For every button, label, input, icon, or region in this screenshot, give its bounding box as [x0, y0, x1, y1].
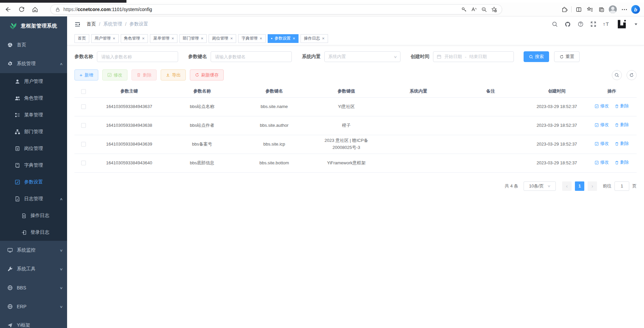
table-row[interactable]: 1641030593384943638 bbs站点作者 bbs.site.aut… — [74, 116, 637, 135]
bing-chat-icon[interactable]: b — [630, 4, 641, 14]
row-delete-link[interactable]: 删除 — [615, 140, 629, 147]
page-size-select[interactable]: 10条/页 ∨ — [524, 181, 556, 191]
select-all-checkbox[interactable] — [81, 89, 86, 94]
breadcrumb-home[interactable]: 首页 — [87, 21, 96, 27]
sidebar-item-user-manage[interactable]: 用户管理 — [0, 73, 67, 90]
sidebar-item-post-manage[interactable]: 岗位管理 — [0, 140, 67, 157]
sidebar-item-home[interactable]: 首页 — [0, 36, 67, 54]
range-separator: - — [465, 54, 466, 59]
sidebar-item-dict-manage[interactable]: 字典管理 — [0, 157, 67, 174]
row-delete-link[interactable]: 删除 — [615, 159, 629, 166]
close-icon[interactable]: × — [230, 36, 233, 41]
param-key-input[interactable] — [211, 51, 292, 62]
font-size-icon[interactable]: TT — [603, 21, 610, 27]
export-button[interactable]: 导出 — [161, 69, 186, 80]
param-name-input[interactable] — [97, 51, 178, 62]
sidebar-item-op-log[interactable]: 操作日志 — [0, 207, 67, 224]
close-icon[interactable]: × — [292, 36, 295, 41]
profile-avatar[interactable] — [607, 4, 619, 14]
show-search-toggle-button[interactable] — [612, 70, 622, 80]
sidebar-item-yi-framework[interactable]: Yi框架 — [0, 316, 67, 328]
close-icon[interactable]: × — [260, 36, 262, 41]
extensions-icon[interactable] — [558, 4, 570, 14]
split-screen-icon[interactable] — [573, 4, 584, 14]
sidebar-item-system-monitor[interactable]: 系统监控 ∨ — [0, 241, 67, 260]
close-icon[interactable]: × — [201, 36, 204, 41]
sidebar-item-menu-manage[interactable]: 菜单管理 — [0, 107, 67, 123]
tab-param-config-active[interactable]: ●参数设置× — [268, 34, 299, 43]
read-aloud-icon[interactable] — [469, 5, 479, 14]
row-edit-link[interactable]: 修改 — [595, 159, 609, 166]
delete-button[interactable]: 删除 — [131, 69, 157, 80]
sidebar-item-dept-manage[interactable]: 部门管理 — [0, 123, 67, 140]
next-page-button[interactable]: › — [588, 181, 597, 191]
tab-menu-manage[interactable]: 菜单管理× — [150, 34, 177, 43]
menu-tree-icon — [15, 112, 20, 118]
row-checkbox[interactable] — [81, 123, 86, 128]
table-row[interactable]: 1641030593384943637 bbs站点名称 bbs.site.nam… — [74, 97, 637, 116]
date-range-picker[interactable]: 开始日期 - 结束日期 — [433, 51, 514, 62]
tab-post-manage[interactable]: 岗位管理× — [209, 34, 236, 43]
address-bar[interactable]: https://ccnetcore.com:1101/system/config — [50, 4, 502, 14]
github-icon[interactable] — [565, 21, 571, 28]
password-key-icon[interactable] — [459, 5, 469, 14]
cell-name: bbs底部信息 — [166, 154, 238, 172]
sidebar-item-bbs[interactable]: BBS ∨ — [0, 278, 67, 297]
tab-user-manage[interactable]: 用户管理× — [91, 34, 119, 43]
add-button[interactable]: + 新增 — [74, 69, 98, 80]
reset-button[interactable]: 重置 — [554, 51, 580, 62]
browser-menu-icon[interactable] — [619, 4, 630, 14]
refresh-icon — [629, 73, 634, 77]
zoom-out-icon[interactable] — [479, 5, 489, 14]
user-logo-avatar[interactable] — [617, 20, 627, 29]
collapse-sidebar-icon[interactable] — [74, 21, 80, 27]
sidebar-item-system-manage[interactable]: 系统管理 ∧ — [0, 54, 67, 73]
sidebar-item-erp[interactable]: ERP ∨ — [0, 297, 67, 316]
home-icon[interactable] — [30, 4, 40, 15]
table-row[interactable]: 1641030593384943640 bbs底部信息 bbs.site.bot… — [74, 154, 637, 172]
system-manage-submenu: 用户管理 角色管理 菜单管理 部门管理 岗位管理 字典管理 参数设置 日志管理 — [0, 73, 67, 241]
builtin-select[interactable]: 系统内置 ∨ — [324, 51, 400, 62]
search-icon[interactable] — [552, 21, 558, 27]
fullscreen-icon[interactable] — [590, 21, 596, 27]
back-icon[interactable] — [3, 4, 13, 15]
row-edit-link[interactable]: 修改 — [595, 140, 609, 147]
sidebar-item-log-manage[interactable]: 日志管理 ∧ — [0, 190, 67, 207]
row-checkbox[interactable] — [81, 142, 86, 147]
table-row[interactable]: 1641030593384943639 bbs备案号 bbs.site.icp … — [74, 135, 637, 154]
row-edit-link[interactable]: 修改 — [595, 103, 609, 110]
cell-key: bbs.site.name — [238, 97, 310, 116]
tab-role-manage[interactable]: 角色管理× — [121, 34, 148, 43]
search-button[interactable]: 搜索 — [524, 51, 549, 62]
page-1-button[interactable]: 1 — [575, 181, 584, 191]
collections-icon[interactable] — [596, 4, 607, 14]
cell-remark — [454, 116, 527, 135]
close-icon[interactable]: × — [171, 36, 174, 41]
favorite-star-icon[interactable] — [489, 5, 499, 14]
row-edit-link[interactable]: 修改 — [595, 121, 609, 128]
refresh-icon[interactable] — [16, 4, 27, 15]
row-delete-link[interactable]: 删除 — [615, 121, 629, 128]
goto-page-input[interactable] — [614, 181, 629, 191]
row-delete-link[interactable]: 删除 — [615, 103, 629, 110]
help-icon[interactable] — [578, 21, 584, 27]
prev-page-button[interactable]: ‹ — [562, 181, 572, 191]
tab-op-log[interactable]: 操作日志× — [301, 34, 328, 43]
refresh-table-button[interactable] — [627, 70, 637, 80]
sidebar-item-login-log[interactable]: 登录日志 — [0, 224, 67, 241]
refresh-cache-button[interactable]: 刷新缓存 — [190, 69, 224, 80]
tab-dict-manage[interactable]: 字典管理× — [238, 34, 266, 43]
close-icon[interactable]: × — [113, 36, 115, 41]
sidebar-item-param-config[interactable]: 参数设置 — [0, 174, 67, 190]
sidebar-item-role-manage[interactable]: 角色管理 — [0, 90, 67, 107]
tab-dept-manage[interactable]: 部门管理× — [179, 34, 207, 43]
close-icon[interactable]: × — [142, 36, 145, 41]
chevron-down-icon[interactable] — [635, 23, 637, 25]
row-checkbox[interactable] — [81, 161, 86, 165]
close-icon[interactable]: × — [322, 36, 325, 41]
sidebar-item-system-tools[interactable]: 系统工具 ∨ — [0, 260, 67, 278]
favorites-bar-icon[interactable] — [584, 4, 596, 14]
row-checkbox[interactable] — [81, 104, 86, 109]
tab-home[interactable]: 首页 — [74, 34, 89, 43]
edit-button[interactable]: 修改 — [102, 69, 127, 80]
